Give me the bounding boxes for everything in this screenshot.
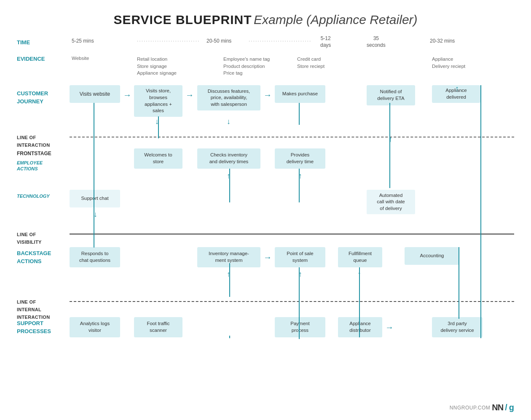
third-party-box: 3rd partydelivery service xyxy=(432,317,483,337)
dashed-line-interaction xyxy=(70,137,514,137)
arrow-down-2: ↓ xyxy=(227,117,231,126)
time-segment-5: 20-32 mins xyxy=(430,38,455,44)
title-area: SERVICE BLUEPRINT Example (Appliance Ret… xyxy=(17,8,514,27)
time-content: 5-25 mins ···························· 2… xyxy=(72,35,514,50)
technology-label: TECHNOLOGY xyxy=(17,192,67,199)
makes-purchase-box: Makes purchase xyxy=(275,85,325,103)
footer-slash: / xyxy=(505,403,507,412)
vline-pos-up xyxy=(299,267,300,339)
evidence-appliance: ApplianceDelivery reciept xyxy=(432,56,465,70)
footer-website: NNGROUP.COM xyxy=(450,405,491,411)
vline-chat-responds xyxy=(94,207,94,248)
line-internal-label: LINE OFINTERNALINTERACTION xyxy=(17,298,67,320)
vline-visits-store xyxy=(158,116,159,138)
visits-website-box: Visits website xyxy=(70,85,120,103)
time-segment-1: 5-25 mins xyxy=(72,38,94,44)
frontstage-label: FRONTSTAGE EMPLOYEEACTIONS xyxy=(17,151,67,172)
evidence-website: Website xyxy=(72,56,89,61)
arrow-right-2: → xyxy=(185,90,194,100)
time-label: TIME xyxy=(17,39,72,46)
welcomes-box: Welcomes tostore xyxy=(134,148,182,169)
footer-logo-nn: NN xyxy=(492,403,503,412)
appliance-dist-box: Appliancedistributor xyxy=(338,317,382,337)
fulfillment-box: Fullfillmentqueue xyxy=(338,247,382,267)
vline-pos-frontstage xyxy=(299,169,300,202)
title-italic: Example (Appliance Retailer) xyxy=(254,13,418,27)
time-segment-2: 20-50 mins xyxy=(206,38,231,44)
vline-accounting xyxy=(459,247,459,319)
discusses-box: Discusses features,price, availability,w… xyxy=(197,85,260,110)
vline-inv-support xyxy=(229,336,230,338)
vline-inv-frontstage xyxy=(229,169,230,202)
arrow-right-1: → xyxy=(123,90,131,100)
arrow-up-delivered: ↑ xyxy=(455,84,459,93)
support-chat-box: Support chat xyxy=(70,190,120,207)
visits-store-box: Visits store,browsesappliances +sales xyxy=(134,85,182,117)
inventory-mgmt-box: Inventory manage-ment system xyxy=(197,247,260,267)
checks-inventory-box: Checks inventoryand delivery times xyxy=(197,148,260,169)
solid-line-visibility xyxy=(70,234,514,234)
line-interaction-label: LINE OFINTERACTION xyxy=(17,133,67,148)
time-segment-4: 35seconds xyxy=(367,35,386,48)
payment-process-box: Paymentprocess xyxy=(275,317,325,337)
evidence-creditcard: Credit cardStore reciept xyxy=(297,56,324,70)
page-container: SERVICE BLUEPRINT Example (Appliance Ret… xyxy=(0,0,531,420)
evidence-content: Website Retail locationStore signageAppl… xyxy=(72,55,514,78)
evidence-retail: Retail locationStore signageAppliance si… xyxy=(137,56,177,77)
backstage-label: BACKSTAGEACTIONS xyxy=(17,249,67,265)
point-of-sale-box: Point of salesystem xyxy=(275,247,325,267)
evidence-row: EVIDENCE Website Retail locationStore si… xyxy=(17,55,514,78)
vline-right xyxy=(480,85,481,338)
vline-automated-notified xyxy=(389,103,390,188)
arrow-right-3rdparty: → xyxy=(385,323,394,332)
time-row: TIME 5-25 mins ·························… xyxy=(17,35,514,50)
footer: NNGROUP.COM NN / g xyxy=(450,403,514,412)
blueprint-canvas: TIME 5-25 mins ·························… xyxy=(17,35,514,397)
footer-logo-g: g xyxy=(509,403,514,412)
foot-traffic-box: Foot trafficscanner xyxy=(134,317,182,337)
evidence-label: EVIDENCE xyxy=(17,55,72,62)
evidence-employee: Employee's name tagProduct descriptionPr… xyxy=(223,56,270,77)
time-dots-left: ···························· xyxy=(137,38,200,44)
analytics-logs-box: Analytics logsvisitor xyxy=(70,317,120,337)
arrow-right-3: → xyxy=(263,90,272,100)
time-dots-right: ···························· xyxy=(249,38,311,44)
time-segment-3: 5-12days xyxy=(320,35,331,48)
vline-website xyxy=(94,103,94,213)
accounting-box: Accounting xyxy=(405,247,459,265)
customer-journey-label: CUSTOMERJOURNEY xyxy=(17,89,67,105)
support-label: SUPPORTPROCESSES xyxy=(17,319,67,335)
responds-chat-box: Responds tochat questions xyxy=(70,247,120,267)
automated-call-box: Automatedcall with dateof delivery xyxy=(367,190,415,214)
arrow-right-inv: → xyxy=(263,253,272,262)
line-visibility-label: LINE OFVISIBILITY xyxy=(17,230,67,245)
vline-inv-up xyxy=(229,263,230,297)
vline-makes-purchase xyxy=(299,103,300,125)
dashed-line-internal xyxy=(70,301,514,302)
vline-fulfillment xyxy=(359,267,360,337)
provides-delivery-box: Providesdelivery time xyxy=(275,148,325,169)
title-bold: SERVICE BLUEPRINT xyxy=(113,13,252,27)
notified-eta-box: Notified ofdelivery ETA xyxy=(367,85,415,105)
